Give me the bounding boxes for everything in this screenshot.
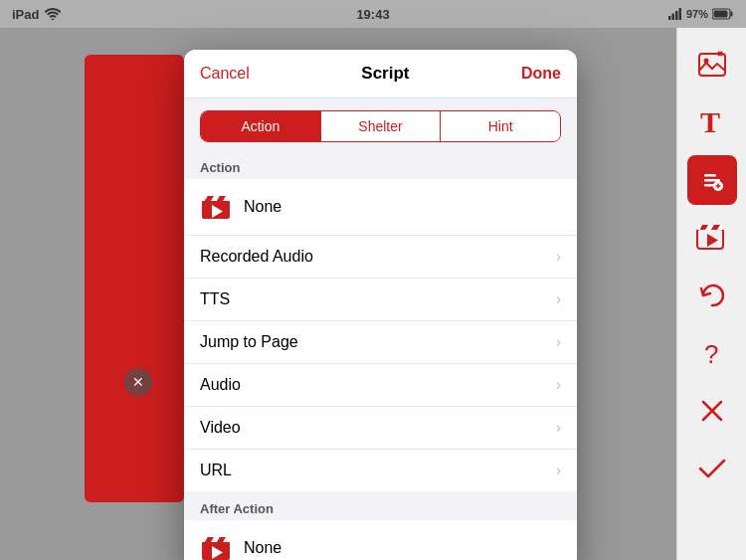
- svg-text:T: T: [700, 106, 720, 138]
- segment-action[interactable]: Action: [201, 111, 321, 141]
- edit-tool[interactable]: [687, 155, 737, 205]
- none-after-label: None: [244, 539, 561, 557]
- action-section-header: Action: [184, 154, 577, 179]
- segment-control: Action Shelter Hint: [200, 110, 561, 142]
- video-tool[interactable]: [687, 213, 737, 263]
- svg-marker-42: [707, 234, 718, 247]
- image-tool[interactable]: [687, 40, 737, 90]
- svg-rect-6: [714, 11, 728, 18]
- status-time: 19:43: [356, 7, 389, 22]
- recorded-audio-chevron: ›: [556, 248, 561, 266]
- list-item-none-action[interactable]: None: [184, 179, 577, 236]
- help-tool[interactable]: ?: [687, 328, 737, 378]
- svg-rect-1: [671, 14, 674, 21]
- after-action-section-header: After Action: [184, 495, 577, 520]
- battery-label: 97%: [686, 8, 708, 20]
- undo-tool[interactable]: [687, 271, 737, 320]
- list-item-tts[interactable]: TTS ›: [184, 279, 577, 321]
- jump-to-page-label: Jump to Page: [200, 333, 556, 351]
- list-item-recorded-audio[interactable]: Recorded Audio ›: [184, 236, 577, 279]
- list-item-none-after[interactable]: None: [184, 520, 577, 560]
- segment-hint[interactable]: Hint: [441, 111, 560, 141]
- video-label: Video: [200, 419, 556, 437]
- list-item-jump-to-page[interactable]: Jump to Page ›: [184, 321, 577, 364]
- after-action-list: None: [184, 520, 577, 560]
- none-action-label: None: [244, 198, 561, 216]
- done-button[interactable]: Done: [521, 65, 561, 83]
- wifi-icon: [45, 8, 61, 20]
- list-item-audio[interactable]: Audio ›: [184, 364, 577, 407]
- confirm-tool[interactable]: [687, 444, 737, 493]
- none-after-icon: [200, 532, 232, 560]
- svg-rect-23: [699, 54, 725, 76]
- svg-rect-29: [704, 174, 716, 177]
- svg-rect-2: [675, 11, 678, 20]
- recorded-audio-label: Recorded Audio: [200, 248, 556, 266]
- right-sidebar: T: [676, 28, 746, 560]
- battery-icon: [712, 8, 734, 20]
- text-tool[interactable]: T: [687, 97, 737, 147]
- list-item-url[interactable]: URL ›: [184, 450, 577, 491]
- modal-title: Script: [361, 64, 409, 84]
- status-bar: iPad 19:43 97%: [0, 0, 746, 28]
- close-button[interactable]: ✕: [124, 368, 152, 396]
- action-list: None Recorded Audio › TTS › Jump to Page…: [184, 179, 577, 491]
- svg-rect-0: [668, 16, 671, 20]
- video-chevron: ›: [556, 419, 561, 437]
- audio-label: Audio: [200, 376, 556, 394]
- none-action-icon: [200, 191, 232, 223]
- ipad-label: iPad: [12, 7, 39, 22]
- red-card: [85, 55, 184, 502]
- segment-shelter[interactable]: Shelter: [321, 111, 442, 141]
- signal-icon: [668, 8, 682, 20]
- url-label: URL: [200, 462, 556, 479]
- script-modal: Cancel Script Done Action Shelter Hint A…: [184, 50, 577, 560]
- svg-text:?: ?: [704, 339, 718, 368]
- url-chevron: ›: [556, 462, 561, 479]
- svg-rect-31: [704, 184, 714, 187]
- close-tool[interactable]: [687, 386, 737, 436]
- list-item-video[interactable]: Video ›: [184, 407, 577, 450]
- jump-to-page-chevron: ›: [556, 333, 561, 351]
- modal-header: Cancel Script Done: [184, 50, 577, 98]
- svg-rect-5: [731, 12, 733, 17]
- svg-rect-3: [678, 8, 681, 20]
- cancel-button[interactable]: Cancel: [200, 65, 250, 83]
- audio-chevron: ›: [556, 376, 561, 394]
- tts-label: TTS: [200, 290, 556, 308]
- tts-chevron: ›: [556, 290, 561, 308]
